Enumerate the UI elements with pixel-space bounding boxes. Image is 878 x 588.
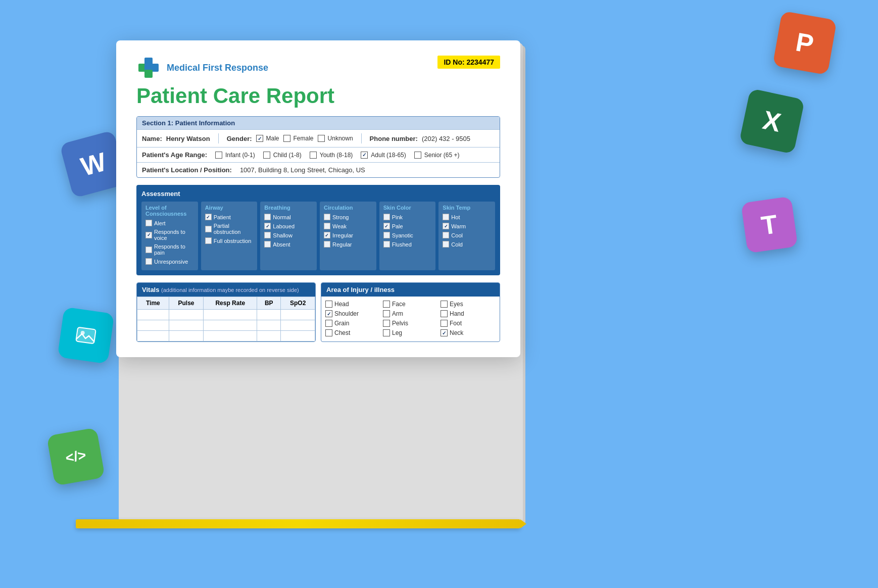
skin-temp-cool-checkbox[interactable] [443,232,449,238]
gender-male-checkbox[interactable] [256,135,263,142]
assessment-col-breathing: Breathing Normal Laboued Shallow [260,202,317,270]
area-neck[interactable]: Neck [441,329,496,336]
area-eyes[interactable]: Eyes [441,301,496,308]
vitals-col-resp: Resp Rate [204,297,257,310]
breathing-shallow[interactable]: Shallow [264,232,313,238]
breathing-normal-checkbox[interactable] [264,214,271,220]
consciousness-voice-checkbox[interactable] [145,232,152,238]
area-pelvis[interactable]: Pelvis [383,320,438,327]
area-foot[interactable]: Foot [441,320,496,327]
vitals-col-spo2: SpO2 [281,297,315,310]
svg-rect-6 [144,70,153,78]
breathing-absent[interactable]: Absent [264,241,313,248]
area-injury-header: Area of Injury / illness [321,283,500,297]
circulation-strong-checkbox[interactable] [324,214,330,220]
area-head-checkbox[interactable] [325,301,332,308]
skin-color-flushed[interactable]: Flushed [383,241,432,248]
area-grain[interactable]: Grain [325,320,380,327]
assessment-col-airway: Airway Patient Partial obstruction Full … [201,202,258,270]
age-youth[interactable]: Youth (8-18) [310,152,353,159]
age-child-checkbox[interactable] [263,152,270,159]
gender-male[interactable]: Male [256,135,279,142]
skin-temp-warm-checkbox[interactable] [443,223,449,229]
age-youth-checkbox[interactable] [310,152,317,159]
area-grain-checkbox[interactable] [325,320,332,327]
gender-female-label: Female [294,135,314,142]
age-senior[interactable]: Senior (65 +) [414,152,460,159]
age-adult[interactable]: Adult (18-65) [361,152,406,159]
age-senior-checkbox[interactable] [414,152,421,159]
circulation-weak-checkbox[interactable] [324,223,330,229]
area-head[interactable]: Head [325,301,380,308]
section1-row2: Patient's Age Range: Infant (0-1) Child … [137,147,500,162]
area-eyes-checkbox[interactable] [441,301,448,308]
area-shoulder-checkbox[interactable] [325,310,332,317]
area-hand[interactable]: Hand [441,310,496,317]
area-neck-checkbox[interactable] [441,329,448,336]
doc-header: Medical First Response ID No: 2234477 [136,56,500,80]
area-leg-checkbox[interactable] [383,329,390,336]
skin-temp-hot-checkbox[interactable] [443,214,449,220]
circulation-irregular-checkbox[interactable] [324,232,330,238]
svg-rect-0 [76,327,96,344]
breathing-laboured-checkbox[interactable] [264,223,271,229]
area-hand-checkbox[interactable] [441,310,448,317]
skin-color-flushed-checkbox[interactable] [383,241,390,248]
breathing-shallow-checkbox[interactable] [264,232,271,238]
skin-color-syanotic[interactable]: Syanotic [383,232,432,238]
age-infant[interactable]: Infant (0-1) [215,152,255,159]
circulation-regular-checkbox[interactable] [324,241,330,248]
consciousness-alert-checkbox[interactable] [145,220,152,226]
area-chest[interactable]: Chest [325,329,380,336]
breathing-absent-checkbox[interactable] [264,241,271,248]
area-arm-checkbox[interactable] [383,310,390,317]
age-infant-checkbox[interactable] [215,152,222,159]
age-adult-checkbox[interactable] [361,152,368,159]
skin-temp-hot[interactable]: Hot [443,214,491,220]
page-title: Patient Care Report [136,84,500,108]
skin-temp-warm[interactable]: Warm [443,223,491,229]
consciousness-unresponsive[interactable]: Unresponsive [145,258,194,265]
airway-partial[interactable]: Partial obstruction [205,223,254,235]
gender-unknown[interactable]: Unknown [318,135,353,142]
airway-full[interactable]: Full obstruction [205,237,254,244]
consciousness-alert[interactable]: Alert [145,220,194,226]
airway-patient-checkbox[interactable] [205,214,212,220]
skin-temp-cool[interactable]: Cool [443,232,491,238]
airway-patient[interactable]: Patient [205,214,254,220]
assessment-col-skin-color: Skin Color Pink Pale Syanotic [379,202,436,270]
airway-partial-checkbox[interactable] [205,226,212,232]
area-chest-checkbox[interactable] [325,329,332,336]
skin-color-pale-checkbox[interactable] [383,223,390,229]
consciousness-pain[interactable]: Responds to pain [145,243,194,256]
gender-female-checkbox[interactable] [283,135,290,142]
breathing-laboured[interactable]: Laboued [264,223,313,229]
age-child[interactable]: Child (1-8) [263,152,302,159]
gender-unknown-checkbox[interactable] [318,135,325,142]
airway-full-checkbox[interactable] [205,237,212,244]
breathing-normal[interactable]: Normal [264,214,313,220]
circulation-weak[interactable]: Weak [324,223,372,229]
circulation-irregular[interactable]: Irregular [324,232,372,238]
skin-temp-cold-checkbox[interactable] [443,241,449,248]
circulation-strong[interactable]: Strong [324,214,372,220]
consciousness-unresponsive-checkbox[interactable] [145,258,152,265]
logo-text: Medical First Response [167,63,268,73]
skin-color-pale[interactable]: Pale [383,223,432,229]
skin-color-pink[interactable]: Pink [383,214,432,220]
area-pelvis-checkbox[interactable] [383,320,390,327]
circulation-regular[interactable]: Regular [324,241,372,248]
area-foot-checkbox[interactable] [441,320,448,327]
area-leg[interactable]: Leg [383,329,438,336]
area-shoulder[interactable]: Shoulder [325,310,380,317]
skin-temp-cold[interactable]: Cold [443,241,491,248]
area-face[interactable]: Face [383,301,438,308]
area-face-checkbox[interactable] [383,301,390,308]
consciousness-voice[interactable]: Responds to voice [145,229,194,241]
gender-female[interactable]: Female [283,135,314,142]
area-arm[interactable]: Arm [383,310,438,317]
consciousness-pain-checkbox[interactable] [145,247,152,253]
pencil-decoration [76,519,520,528]
skin-color-syanotic-checkbox[interactable] [383,232,390,238]
skin-color-pink-checkbox[interactable] [383,214,390,220]
